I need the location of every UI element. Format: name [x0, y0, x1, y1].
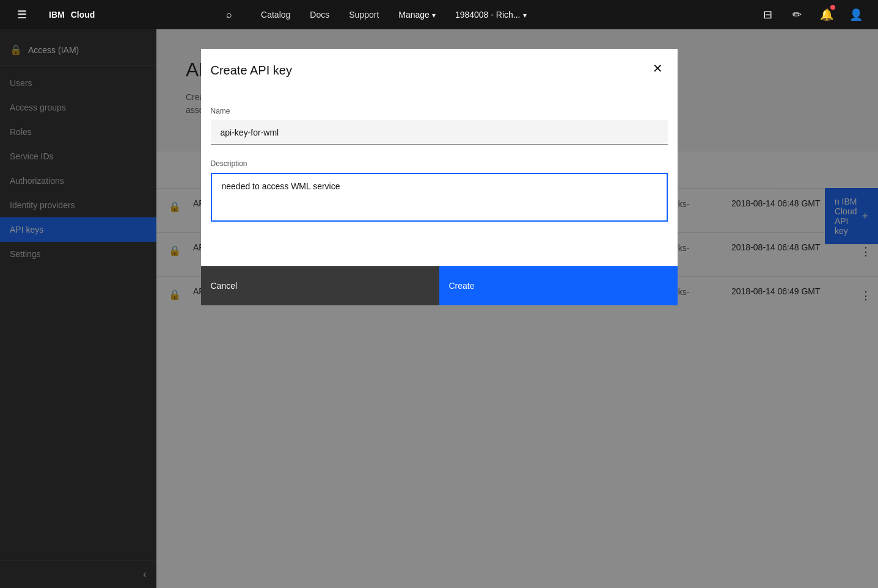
- account-dropdown[interactable]: 1984008 - Rich...: [455, 10, 527, 20]
- create-api-key-modal: Create API key ✕ Name Description needed…: [201, 49, 678, 305]
- description-form-group: Description needed to access WML service: [211, 159, 668, 224]
- manage-dropdown[interactable]: Manage: [398, 10, 436, 20]
- top-nav-center: ⌕ Catalog Docs Support Manage 1984008 - …: [217, 0, 526, 29]
- top-nav: ☰ IBM Cloud ⌕ Catalog Docs Support Manag…: [0, 0, 878, 29]
- create-button[interactable]: Create: [439, 266, 678, 305]
- hamburger-button[interactable]: ☰: [10, 0, 34, 29]
- close-icon: ✕: [653, 61, 663, 76]
- modal-footer: Cancel Create: [201, 266, 678, 305]
- modal-close-button[interactable]: ✕: [648, 59, 668, 78]
- account-label: 1984008 - Rich...: [455, 10, 521, 20]
- brand-name: IBM: [49, 10, 65, 20]
- top-nav-right: ⊟ ✏ 🔔 👤: [756, 0, 868, 29]
- name-form-group: Name: [211, 107, 668, 145]
- modal-header: Create API key: [201, 49, 678, 92]
- account-chevron-icon: [523, 10, 527, 20]
- manage-label: Manage: [398, 10, 430, 20]
- modal-title: Create API key: [211, 64, 648, 78]
- notification-badge: [830, 5, 835, 10]
- brand-product: Cloud: [71, 10, 95, 20]
- calendar-button[interactable]: ⊟: [756, 0, 780, 29]
- edit-button[interactable]: ✏: [785, 0, 810, 29]
- notification-button[interactable]: 🔔: [814, 0, 839, 29]
- hamburger-icon: ☰: [17, 8, 27, 21]
- name-label: Name: [211, 107, 668, 115]
- user-button[interactable]: 👤: [844, 0, 868, 29]
- description-textarea[interactable]: needed to access WML service: [211, 173, 668, 222]
- chevron-down-icon: [432, 10, 436, 20]
- notification-container: 🔔: [814, 0, 839, 29]
- docs-link[interactable]: Docs: [310, 10, 329, 20]
- cancel-button[interactable]: Cancel: [201, 266, 439, 305]
- description-label: Description: [211, 159, 668, 168]
- name-input[interactable]: [211, 120, 668, 145]
- search-button[interactable]: ⌕: [217, 0, 241, 29]
- support-link[interactable]: Support: [349, 10, 379, 20]
- modal-overlay[interactable]: Create API key ✕ Name Description needed…: [0, 0, 878, 588]
- catalog-link[interactable]: Catalog: [261, 10, 290, 20]
- modal-body: Name Description needed to access WML se…: [201, 92, 678, 266]
- brand-logo: IBM Cloud: [49, 10, 95, 20]
